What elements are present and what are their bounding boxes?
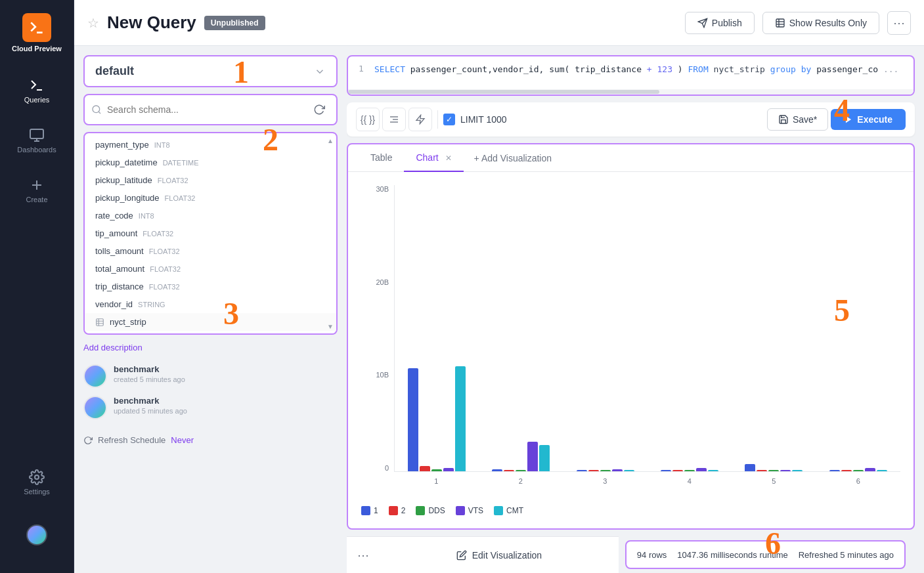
status-badge: Unpublished [204, 16, 265, 30]
chart-bar[interactable] [612, 469, 623, 471]
chart-bar[interactable] [420, 466, 430, 471]
chart-bar[interactable] [865, 468, 875, 471]
lightning-button[interactable] [408, 108, 432, 131]
chart-body [394, 185, 900, 472]
sidebar-item-queries[interactable]: Queries [7, 67, 66, 114]
scroll-down-button[interactable]: ▼ [326, 322, 335, 331]
schema-item[interactable]: vendor_idSTRING [85, 295, 336, 313]
execute-button[interactable]: Execute [831, 109, 906, 130]
avatar [83, 396, 107, 419]
chart-bar[interactable] [792, 470, 803, 471]
show-results-button[interactable]: Show Results Only [762, 12, 879, 34]
favorite-star-icon[interactable]: ☆ [87, 15, 99, 31]
chart-bar[interactable] [600, 470, 611, 471]
chart-bar[interactable] [684, 470, 695, 471]
chart-group [648, 468, 732, 471]
chart-bar[interactable] [829, 470, 840, 471]
monitor-icon [29, 127, 45, 143]
chart-bar[interactable] [492, 469, 502, 471]
schema-item[interactable]: tip_amountFLOAT32 [85, 224, 336, 242]
svg-marker-24 [846, 116, 851, 123]
yaxis-label: 0 [385, 464, 389, 472]
chart-bar[interactable] [853, 470, 864, 471]
schema-item[interactable]: pickup_latitudeFLOAT32 [85, 171, 336, 189]
schema-item[interactable]: rate_codeINT8 [85, 207, 336, 224]
chart-bar[interactable] [696, 468, 707, 471]
chart-bar[interactable] [745, 464, 755, 471]
save-button[interactable]: Save* [767, 108, 828, 131]
chart-bar[interactable] [661, 470, 671, 471]
template-button[interactable]: {{ }} [356, 108, 380, 131]
scroll-up-button[interactable]: ▲ [326, 136, 335, 145]
more-options-button[interactable]: ⋯ [887, 11, 911, 35]
sidebar-item-dashboards[interactable]: Dashboards [7, 117, 66, 164]
fn-sum: sum( [549, 64, 569, 74]
svg-rect-2 [30, 129, 43, 138]
logo-icon [22, 13, 51, 42]
schema-selector[interactable]: default [83, 55, 338, 87]
toolbar: {{ }} ✓ LIMIT 1000 [347, 102, 915, 137]
chart-bar[interactable] [588, 470, 599, 471]
chart-bar[interactable] [527, 442, 538, 471]
svg-point-14 [93, 106, 100, 113]
add-description-link[interactable]: Add description [83, 341, 338, 354]
refresh-value-link[interactable]: Never [171, 435, 194, 445]
sidebar-item-settings[interactable]: Settings [7, 459, 66, 506]
chart-bar[interactable] [516, 470, 526, 471]
chart-bar[interactable] [443, 468, 454, 471]
indent-button[interactable] [382, 108, 406, 131]
schema-item[interactable]: pickup_longitudeFLOAT32 [85, 189, 336, 207]
tab-chart[interactable]: Chart ✕ [404, 144, 463, 172]
bottom-bar: ⋯ Edit Visualization 94 rows 1047.36 mil… [347, 536, 915, 573]
svg-point-7 [35, 475, 39, 479]
refresh-schema-button[interactable] [309, 99, 330, 120]
edit-viz-label: Edit Visualization [472, 550, 542, 561]
chart-bar[interactable] [780, 470, 791, 471]
limit-group: ✓ LIMIT 1000 [443, 114, 507, 125]
publish-button[interactable]: Publish [685, 12, 755, 34]
chart-bar[interactable] [708, 470, 718, 471]
ellipsis: ... [883, 64, 898, 74]
refresh-schedule: Refresh Schedule Never [83, 430, 338, 450]
chart-bar[interactable] [841, 470, 852, 471]
right-panel: 1 SELECT passenger_count,vendor_id, sum(… [347, 46, 924, 573]
list-item[interactable]: benchmark updated 5 minutes ago [83, 392, 338, 423]
schema-item[interactable]: pickup_datetimeDATETIME [85, 154, 336, 171]
editor-scrollbar-thumb [348, 90, 659, 94]
schema-item[interactable]: payment_typeINT8 [85, 136, 336, 154]
chart-bar[interactable] [431, 469, 442, 471]
avatar [83, 364, 107, 388]
schema-table-item[interactable]: nyct_strip [85, 313, 336, 331]
chart-bar[interactable] [757, 470, 767, 471]
chart-bar[interactable] [408, 368, 418, 471]
bottom-stats: 94 rows 1047.36 milliseconds runtime Ref… [625, 540, 906, 569]
chart-bar[interactable] [877, 470, 887, 471]
chart-bar[interactable] [768, 470, 779, 471]
chart-group [732, 464, 816, 471]
search-input[interactable] [107, 104, 303, 115]
chart-bar[interactable] [539, 445, 550, 471]
query-code[interactable]: SELECT passenger_count,vendor_id, sum( t… [374, 63, 898, 76]
editor-scrollbar[interactable] [348, 89, 913, 95]
tab-table[interactable]: Table [359, 144, 404, 172]
chart-bar[interactable] [455, 366, 466, 471]
add-visualization-button[interactable]: + Add Visualization [466, 153, 560, 163]
tab-chart-close[interactable]: ✕ [445, 154, 452, 163]
schema-item[interactable]: trip_distanceFLOAT32 [85, 278, 336, 295]
history-time: created 5 minutes ago [114, 375, 185, 383]
list-item[interactable]: benchmark created 5 minutes ago [83, 360, 338, 392]
schema-item[interactable]: tolls_amountFLOAT32 [85, 242, 336, 260]
chart-bar[interactable] [624, 470, 634, 471]
bottom-more-button[interactable]: ⋯ [347, 536, 380, 573]
header: ☆ New Query Unpublished Publish Show Res… [74, 0, 924, 46]
search-row [83, 94, 338, 125]
chart-bar[interactable] [577, 470, 587, 471]
edit-visualization-button[interactable]: Edit Visualization [380, 536, 619, 573]
sidebar-item-create[interactable]: Create [7, 167, 66, 214]
schema-item[interactable]: total_amountFLOAT32 [85, 260, 336, 278]
chart-bar[interactable] [672, 470, 683, 471]
limit-checkbox[interactable]: ✓ [443, 114, 455, 125]
chart-bar[interactable] [504, 470, 514, 471]
sidebar-item-avatar[interactable] [7, 511, 66, 559]
legend-color [456, 506, 465, 515]
